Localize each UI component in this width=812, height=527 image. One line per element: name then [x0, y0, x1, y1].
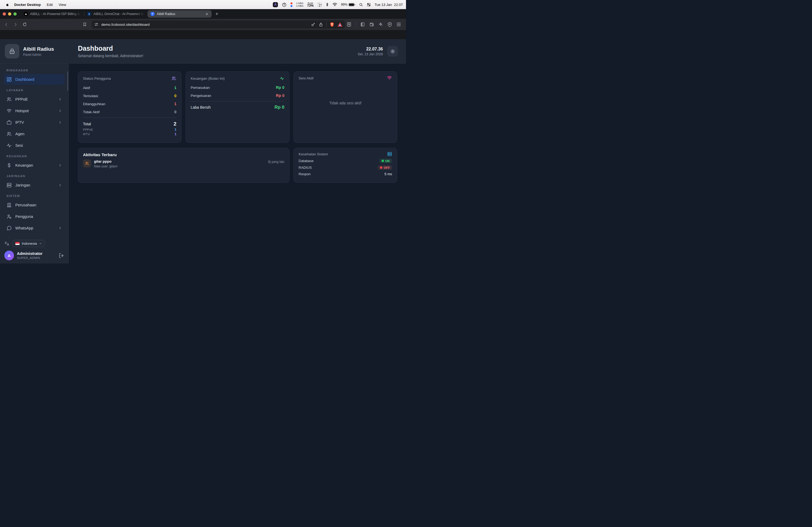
dashboard-content: Status Pengguna Aktif 1 Terisolasi 0 [69, 64, 406, 264]
apple-menu-icon[interactable] [3, 2, 11, 7]
status-app-icon[interactable]: A [273, 2, 278, 7]
empty-sessions-text: Tidak ada sesi aktif [299, 83, 392, 123]
chevron-down-icon [39, 242, 42, 245]
chevron-right-icon [58, 97, 62, 101]
macos-menu-bar: Docker Desktop Edit View A 1 KB/s1 KB/s … [0, 0, 406, 9]
wifi-icon[interactable] [332, 3, 337, 6]
menubar-clock[interactable]: Tue 13 Jan22.07 [375, 3, 403, 7]
leo-ai-icon[interactable] [378, 22, 383, 27]
menu-hamburger-icon[interactable] [396, 22, 401, 26]
chat-bubble-icon [6, 225, 12, 231]
bluetooth-icon[interactable] [326, 2, 329, 7]
sidebar-item-pengguna[interactable]: Pengguna [4, 211, 65, 222]
window-minimize-button[interactable] [8, 12, 11, 16]
bat-rewards-icon[interactable] [337, 22, 342, 27]
spotlight-icon[interactable] [359, 3, 363, 7]
sidebar-item-perusahaan[interactable]: Perusahaan [4, 200, 65, 210]
control-center-icon[interactable] [367, 3, 371, 7]
sidebar-item-sesi[interactable]: Sesi [4, 140, 65, 151]
total-row: Total 2 [83, 119, 176, 127]
sidebar-item-iptv[interactable]: IPTV [4, 117, 65, 128]
activity-user: gilar pppo [94, 160, 118, 163]
tab-aibill-radius-active[interactable]: Aibill Radius ✕ [148, 10, 212, 18]
menu-view[interactable]: View [56, 3, 69, 7]
menu-edit[interactable]: Edit [44, 3, 56, 7]
laba-bersih-row: Laba Bersih Rp 0 [191, 103, 284, 110]
menu-docker-desktop[interactable]: Docker Desktop [11, 3, 44, 7]
server-icon [6, 182, 12, 188]
card-status-pengguna: Status Pengguna Aktif 1 Terisolasi 0 [78, 71, 182, 143]
indonesia-flag-icon [15, 242, 19, 245]
tab-aibill-billing[interactable]: AIBILL - AI-Powered ISP Billing & O [21, 10, 84, 18]
health-row-respon: Respon 5 ms [299, 171, 392, 177]
window-close-button[interactable] [3, 12, 6, 16]
lock-icon [5, 44, 19, 59]
user-role: SUPER_ADMIN [17, 256, 42, 259]
reload-button[interactable] [21, 21, 28, 28]
activity-time: 8j yang lalu [268, 160, 284, 164]
search-page-icon[interactable] [347, 22, 351, 27]
url-text[interactable]: demo.fcsboost.site/dashboard [101, 22, 308, 27]
address-bar[interactable]: demo.fcsboost.site/dashboard [91, 20, 345, 28]
section-sistem: SISTEM [4, 194, 65, 197]
window-zoom-button[interactable] [13, 12, 17, 16]
header-clock: 22.07.36 [358, 47, 383, 51]
breakdown-pppoe: PPPoE 1 [83, 127, 176, 132]
card-keuangan: Keuangan (Bulan Ini) Pemasukan Rp 0 Peng… [186, 71, 289, 143]
sidebar-scrollbar[interactable] [67, 71, 68, 91]
battery-indicator[interactable]: 99% [341, 3, 355, 6]
chevron-right-icon [58, 183, 62, 187]
site-settings-icon[interactable] [94, 22, 99, 26]
health-row-database: Database OK [299, 157, 392, 164]
activity-list-item[interactable]: gilar pppo New user: gilarrr 8j yang lal… [83, 160, 284, 168]
chevron-right-icon [58, 109, 62, 113]
sidebar-item-pengaturan[interactable]: Pengaturan [4, 234, 65, 237]
stat-row-ditangguhkan: Ditangguhkan 1 [83, 100, 176, 108]
forward-button[interactable] [12, 21, 19, 28]
sidebar-item-agen[interactable]: Agen [4, 129, 65, 139]
tab3-favicon [150, 12, 155, 16]
tab-aibill-omnichat[interactable]: AIBILL OmniChat - AI-Powered Om [84, 10, 148, 18]
page-subtitle: Selamat datang kembali, Administrator! [78, 54, 143, 58]
status-dots-icon[interactable] [291, 2, 292, 7]
tab1-favicon [24, 12, 28, 16]
sidebar-item-pppoe[interactable]: PPPoE [4, 94, 65, 105]
server-icon [387, 152, 392, 156]
chevron-right-icon [58, 163, 62, 167]
new-tab-button[interactable]: + [215, 11, 218, 17]
main-header: Dashboard Selamat datang kembali, Admini… [69, 39, 406, 64]
stats-grid-icon[interactable] [317, 2, 322, 7]
logout-icon[interactable] [59, 253, 64, 258]
brave-shield-icon[interactable] [330, 22, 334, 27]
card-title: Kesehatan Sistem [299, 152, 328, 156]
docker-whale-icon[interactable] [282, 2, 287, 7]
share-icon[interactable] [319, 22, 323, 27]
sidebar-item-jaringan[interactable]: Jaringan [4, 180, 65, 191]
wallet-icon[interactable] [369, 22, 374, 27]
back-button[interactable] [3, 21, 10, 28]
bookmark-icon[interactable] [81, 21, 88, 28]
sidebar-item-dashboard[interactable]: Dashboard [4, 74, 65, 85]
password-key-icon[interactable] [311, 22, 316, 27]
ram-stat[interactable]: RAM73% [307, 2, 314, 7]
sidebar-item-hotspot[interactable]: Hotspot [4, 105, 65, 116]
card-title: Aktivitas Terbaru [83, 152, 117, 157]
activity-icon [6, 143, 12, 148]
brand-name: Aibill Radius [23, 46, 54, 52]
theme-toggle-button[interactable] [387, 46, 398, 57]
vpn-shield-icon[interactable] [388, 22, 392, 27]
browser-window: AIBILL - AI-Powered ISP Billing & O AIBI… [0, 9, 406, 264]
section-keuangan: KEUANGAN [4, 154, 65, 158]
stat-row-pemasukan: Pemasukan Rp 0 [191, 84, 284, 91]
stat-row-tidak-aktif: Tidak Aktif 0 [83, 108, 176, 116]
user-profile[interactable]: A Administrator SUPER_ADMIN [4, 251, 64, 260]
sidebar-toggle-icon[interactable] [360, 22, 365, 27]
page-title: Dashboard [78, 45, 143, 52]
red-dot-icon [380, 166, 382, 169]
sidebar-item-keuangan[interactable]: Keuangan [4, 160, 65, 171]
network-speed-stat[interactable]: 1 KB/s1 KB/s [296, 2, 303, 7]
sidebar-item-whatsapp[interactable]: WhatsApp [4, 223, 65, 234]
chevron-right-icon [58, 120, 62, 124]
tab-close-icon[interactable]: ✕ [205, 12, 209, 16]
language-selector[interactable]: Indonesia [12, 240, 45, 247]
